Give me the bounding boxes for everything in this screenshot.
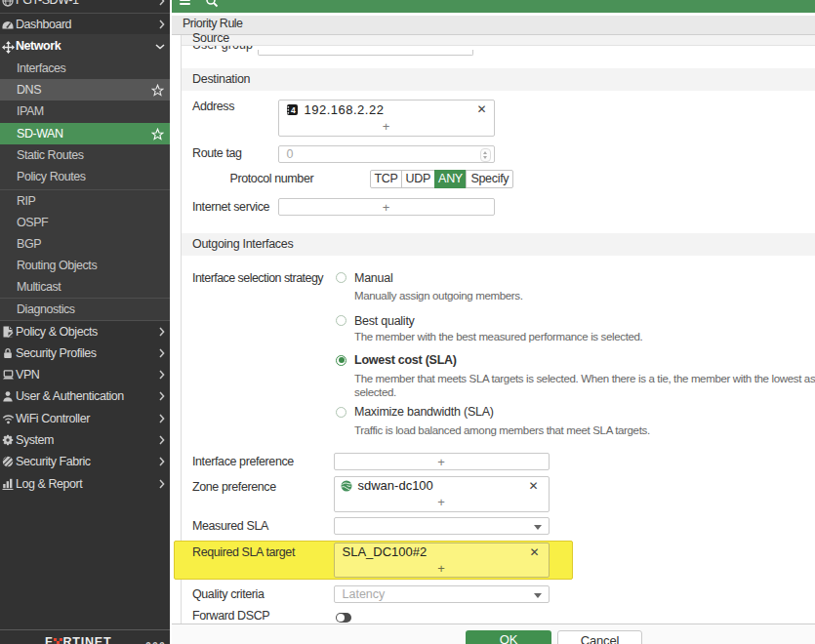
svg-text:4: 4 <box>291 104 296 114</box>
